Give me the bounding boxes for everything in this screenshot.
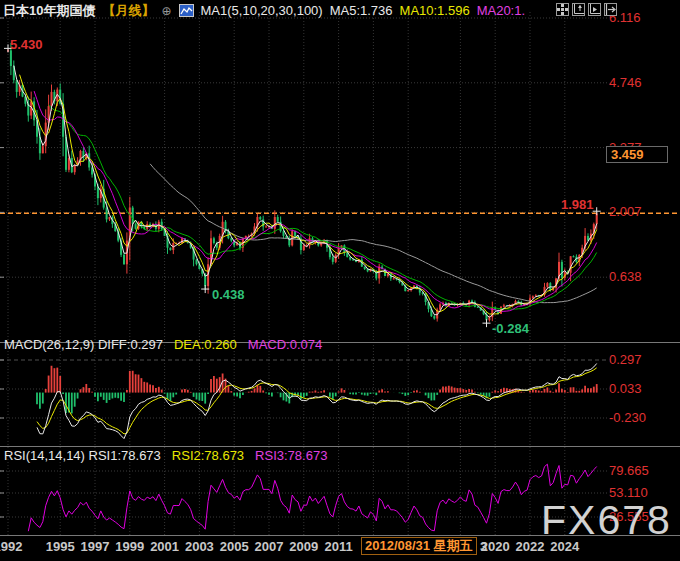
macd-axis-label: -0.230 [609, 410, 677, 425]
x-axis-label: 2011 [324, 539, 352, 554]
x-axis-label: 1995 [46, 539, 75, 554]
crosshair-price-readout: 3.459 [606, 146, 668, 163]
x-axis-label: 1997 [81, 539, 110, 554]
axis-zoom-icon[interactable] [572, 3, 585, 16]
axis-play-icon[interactable] [588, 3, 601, 16]
rsi-header: RSI(14,14,14) RSI1:78.673 RSI2:78.673 RS… [4, 448, 327, 463]
macd-macd-label: MACD:0.074 [248, 337, 322, 352]
chart-type-icon[interactable] [179, 4, 194, 17]
ma10-value: MA10:1.596 [400, 3, 470, 18]
y-axis-label: 0.638 [609, 269, 677, 284]
move-icon[interactable] [556, 3, 569, 16]
circle-plus-icon[interactable]: ⊕ [161, 4, 171, 18]
x-axis-label: 2009 [289, 539, 318, 554]
x-axis-label: 2001 [150, 539, 179, 554]
x-axis-label: 2005 [220, 539, 249, 554]
rsi-axis-label: 79.665 [609, 463, 677, 478]
chart-header: 日本10年期国债 【月线】 ⊕ MA1(5,10,20,30,100) MA5:… [3, 2, 525, 19]
annotation-current-price: 1.981 [561, 197, 594, 212]
annotation-low-2019: -0.284 [492, 321, 529, 336]
x-axis-label: 2003 [185, 539, 214, 554]
x-axis-label: 1999 [115, 539, 144, 554]
macd-diff-label: MACD(26,12,9) DIFF:0.297 [4, 337, 163, 352]
annotation-low-2003: 0.438 [212, 287, 245, 302]
y-axis-label: 2.007 [609, 204, 677, 219]
chart-toolbar [556, 3, 617, 16]
rsi2-label: RSI2:78.673 [172, 448, 244, 463]
macd-axis-label: 0.033 [609, 381, 677, 396]
rsi1-label: RSI(14,14,14) RSI1:78.673 [4, 448, 161, 463]
chart-window: 日本10年期国债 【月线】 ⊕ MA1(5,10,20,30,100) MA5:… [0, 0, 680, 561]
x-axis-label: 2007 [255, 539, 284, 554]
ma-settings-label: MA1(5,10,20,30,100) [201, 3, 323, 18]
macd-header: MACD(26,12,9) DIFF:0.297 DEA:0.260 MACD:… [4, 337, 322, 352]
annotation-start-high: 5.430 [10, 37, 43, 52]
x-axis-label: 1992 [0, 539, 22, 554]
y-axis-label: 6.116 [609, 10, 677, 25]
macd-axis-label: 0.297 [609, 352, 677, 367]
ma5-value: MA5:1.736 [330, 3, 393, 18]
macd-dea-label: DEA:0.260 [174, 337, 237, 352]
crosshair-date-readout: 2012/08/31 星期五 [361, 537, 477, 555]
exit-right-icon[interactable] [604, 3, 617, 16]
x-axis-label-remnant: 3 [480, 539, 487, 554]
chart-canvas[interactable] [0, 0, 680, 561]
watermark: FX678 [541, 497, 672, 544]
rsi3-label: RSI3:78.673 [255, 448, 327, 463]
ma20-value: MA20:1. [477, 3, 525, 18]
timeframe-label[interactable]: 【月线】 [102, 2, 154, 20]
y-axis-label: 4.746 [609, 75, 677, 90]
instrument-title: 日本10年期国债 [3, 2, 95, 20]
